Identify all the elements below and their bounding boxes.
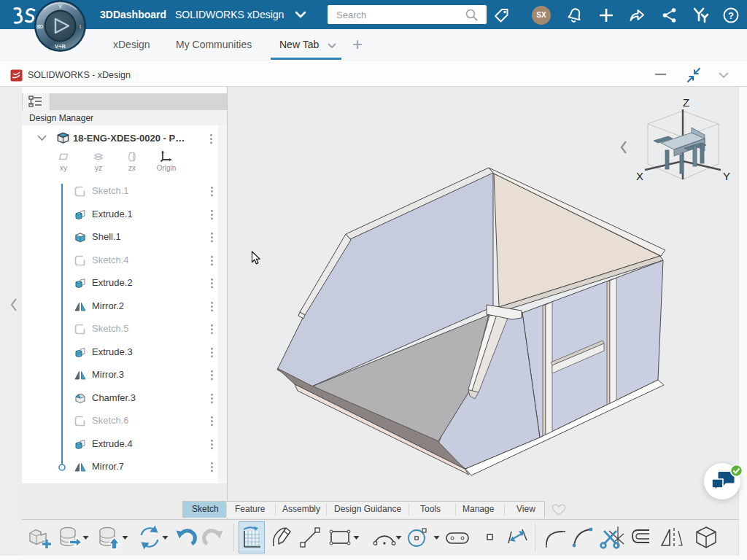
svg-text:?: ? (728, 10, 734, 21)
svg-text:Y: Y (723, 170, 730, 182)
svg-text:Y: Y (58, 3, 63, 10)
svg-text:X: X (636, 170, 643, 182)
svg-text:3D: 3D (36, 23, 44, 30)
svg-text:I: I (80, 23, 81, 30)
svg-text:V+R: V+R (55, 43, 66, 50)
svg-text:Z: Z (683, 96, 689, 109)
